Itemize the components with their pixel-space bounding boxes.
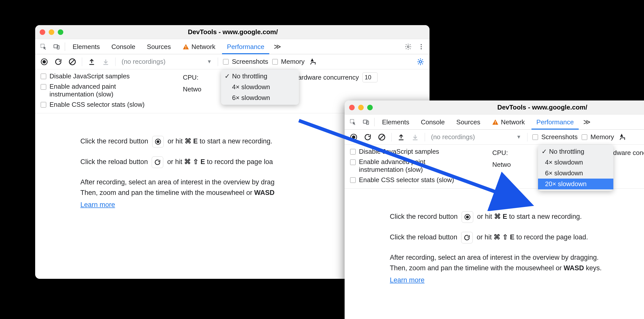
tab-network[interactable]: Network [177, 39, 220, 54]
enable-css-selector-stats-label: Enable CSS selector stats (slow) [359, 176, 454, 184]
record-button[interactable] [39, 56, 50, 67]
download-button[interactable] [410, 132, 421, 143]
svg-line-28 [380, 135, 384, 139]
disable-js-samples-checkbox[interactable]: Disable JavaScript samples [40, 72, 180, 80]
reload-hint: Click the reload button or hit ⌘ ⇧ E to … [390, 232, 644, 243]
memory-checkbox-input[interactable] [582, 134, 587, 140]
hardware-concurrency-value[interactable]: 10 [362, 72, 378, 82]
enable-css-selector-stats-input[interactable] [41, 102, 46, 108]
inspect-element-icon[interactable] [347, 116, 359, 128]
settings-icon[interactable] [402, 41, 414, 52]
device-toolbar-icon[interactable] [51, 41, 62, 52]
cpu-option-6x[interactable]: 6× slowdown [221, 92, 299, 103]
tab-sources[interactable]: Sources [142, 39, 176, 54]
cpu-option-no-throttling[interactable]: No throttling [538, 146, 613, 157]
tab-sources[interactable]: Sources [451, 115, 485, 130]
svg-point-6 [421, 44, 422, 45]
svg-point-5 [407, 46, 409, 47]
separator [425, 133, 425, 141]
cpu-throttling-dropdown[interactable]: No throttling 4× slowdown 6× slowdown [221, 69, 299, 105]
collect-garbage-button[interactable] [308, 56, 319, 67]
tab-console[interactable]: Console [416, 115, 450, 130]
svg-point-8 [421, 48, 422, 49]
upload-button[interactable] [396, 132, 407, 143]
disable-js-samples-checkbox[interactable]: Disable JavaScript samples [349, 148, 490, 155]
memory-checkbox[interactable]: Memory [581, 133, 614, 141]
hardware-concurrency-label: Hardware concurrency [293, 74, 359, 81]
learn-more-link[interactable]: Learn more [80, 201, 115, 208]
record-button[interactable] [348, 132, 359, 143]
cpu-throttling-dropdown[interactable]: No throttling 4× slowdown 6× slowdown 20… [538, 145, 613, 191]
more-tabs-button[interactable]: ≫ [580, 115, 594, 130]
screenshots-checkbox-input[interactable] [223, 59, 229, 65]
kebab-menu-icon[interactable] [415, 41, 427, 52]
network-label: Netwo [492, 161, 511, 169]
separator [65, 42, 65, 51]
memory-checkbox-input[interactable] [272, 59, 278, 65]
svg-rect-20 [495, 123, 496, 124]
screenshots-checkbox[interactable]: Screenshots [531, 133, 578, 141]
device-toolbar-icon[interactable] [360, 116, 372, 128]
devtools-tabstrip: Elements Console Sources Network Perform… [35, 39, 430, 54]
clear-button[interactable] [67, 56, 78, 67]
devtools-tabstrip: Elements Console Sources Network Perform… [345, 115, 644, 130]
upload-button[interactable] [86, 56, 97, 67]
tab-console[interactable]: Console [106, 39, 140, 54]
separator [391, 133, 392, 141]
separator [82, 58, 82, 66]
svg-rect-19 [495, 121, 496, 123]
tab-network[interactable]: Network [487, 115, 530, 130]
screenshots-label: Screenshots [541, 133, 578, 141]
titlebar: DevTools - www.google.com/ [35, 25, 430, 39]
recordings-label: (no recordings) [431, 133, 475, 141]
separator [374, 118, 374, 126]
cpu-option-4x[interactable]: 4× slowdown [221, 82, 299, 92]
tab-performance[interactable]: Performance [222, 39, 270, 54]
enable-css-selector-stats-label: Enable CSS selector stats (slow) [49, 101, 145, 109]
capture-settings-panel: Disable JavaScript samples Enable advanc… [345, 145, 644, 189]
more-tabs-button[interactable]: ≫ [271, 39, 284, 54]
svg-line-12 [70, 59, 75, 64]
svg-point-13 [419, 61, 421, 63]
recordings-dropdown[interactable]: (no recordings) ▼ [429, 133, 523, 141]
recordings-dropdown[interactable]: (no recordings) ▼ [120, 58, 214, 66]
dropdown-caret-icon: ▼ [207, 59, 212, 65]
memory-checkbox[interactable]: Memory [271, 58, 305, 66]
screenshots-label: Screenshots [232, 58, 268, 66]
tab-elements[interactable]: Elements [68, 39, 105, 54]
enable-css-selector-stats-checkbox[interactable]: Enable CSS selector stats (slow) [349, 176, 490, 184]
tab-performance[interactable]: Performance [531, 115, 579, 130]
memory-label: Memory [591, 133, 614, 141]
svg-rect-3 [186, 46, 186, 47]
learn-more-link[interactable]: Learn more [390, 276, 424, 284]
cpu-option-4x[interactable]: 4× slowdown [538, 157, 613, 168]
reload-button[interactable] [362, 132, 373, 143]
disable-js-samples-input[interactable] [41, 74, 46, 79]
enable-css-selector-stats-checkbox[interactable]: Enable CSS selector stats (slow) [40, 101, 180, 109]
enable-paint-instr-label: Enable advanced paint instrumentation (s… [49, 83, 155, 98]
screenshots-checkbox[interactable]: Screenshots [222, 58, 268, 66]
tab-elements[interactable]: Elements [377, 115, 414, 130]
svg-point-15 [157, 140, 159, 143]
performance-toolbar: (no recordings) ▼ Screenshots Memory [35, 54, 430, 69]
clear-button[interactable] [376, 132, 387, 143]
reload-button[interactable] [53, 56, 64, 67]
inspect-element-icon[interactable] [38, 41, 49, 52]
capture-settings-icon[interactable] [415, 56, 426, 67]
download-button[interactable] [100, 56, 111, 67]
enable-paint-instr-checkbox[interactable]: Enable advanced paint instrumentation (s… [40, 83, 180, 98]
svg-point-10 [43, 60, 46, 63]
cpu-option-no-throttling[interactable]: No throttling [221, 71, 299, 82]
enable-paint-instr-input[interactable] [350, 159, 356, 165]
cpu-option-6x[interactable]: 6× slowdown [538, 168, 613, 179]
enable-paint-instr-input[interactable] [41, 84, 46, 90]
screenshots-checkbox-input[interactable] [532, 134, 538, 140]
dropdown-caret-icon: ▼ [516, 134, 521, 140]
collect-garbage-button[interactable] [617, 132, 628, 143]
cpu-label: CPU: [183, 74, 198, 81]
enable-css-selector-stats-input[interactable] [350, 177, 356, 183]
warning-icon [182, 43, 189, 50]
cpu-option-20x[interactable]: 20× slowdown [538, 179, 613, 189]
disable-js-samples-input[interactable] [350, 149, 356, 154]
enable-paint-instr-checkbox[interactable]: Enable advanced paint instrumentation (s… [349, 158, 490, 174]
